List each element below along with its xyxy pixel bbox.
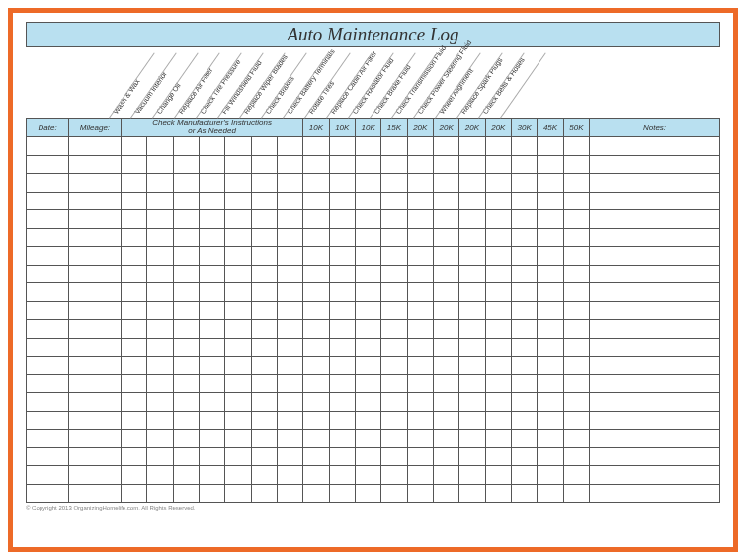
cell[interactable] bbox=[485, 174, 511, 193]
cell[interactable] bbox=[251, 374, 277, 393]
cell[interactable] bbox=[173, 466, 199, 485]
cell[interactable] bbox=[121, 210, 146, 229]
cell[interactable] bbox=[303, 430, 329, 448]
cell[interactable] bbox=[173, 447, 199, 466]
cell[interactable] bbox=[225, 430, 251, 448]
cell[interactable] bbox=[590, 174, 720, 193]
cell[interactable] bbox=[538, 247, 563, 266]
cell[interactable] bbox=[27, 374, 69, 393]
cell[interactable] bbox=[277, 430, 302, 448]
cell[interactable] bbox=[512, 374, 538, 393]
cell[interactable] bbox=[381, 228, 407, 247]
cell[interactable] bbox=[329, 155, 355, 174]
cell[interactable] bbox=[69, 393, 122, 412]
cell[interactable] bbox=[329, 283, 355, 302]
cell[interactable] bbox=[277, 137, 302, 156]
cell[interactable] bbox=[485, 247, 511, 266]
cell[interactable] bbox=[538, 466, 563, 485]
cell[interactable] bbox=[225, 137, 251, 156]
cell[interactable] bbox=[27, 338, 69, 357]
cell[interactable] bbox=[512, 265, 538, 283]
cell[interactable] bbox=[563, 430, 589, 448]
cell[interactable] bbox=[381, 192, 407, 210]
cell[interactable] bbox=[512, 247, 538, 266]
cell[interactable] bbox=[121, 430, 146, 448]
cell[interactable] bbox=[355, 430, 380, 448]
cell[interactable] bbox=[27, 137, 69, 156]
cell[interactable] bbox=[199, 301, 224, 320]
cell[interactable] bbox=[277, 301, 302, 320]
cell[interactable] bbox=[147, 484, 173, 503]
cell[interactable] bbox=[563, 137, 589, 156]
cell[interactable] bbox=[355, 210, 380, 229]
cell[interactable] bbox=[407, 137, 433, 156]
cell[interactable] bbox=[277, 374, 302, 393]
cell[interactable] bbox=[27, 174, 69, 193]
cell[interactable] bbox=[199, 192, 224, 210]
cell[interactable] bbox=[199, 247, 224, 266]
cell[interactable] bbox=[355, 411, 380, 430]
cell[interactable] bbox=[121, 357, 146, 375]
cell[interactable] bbox=[121, 137, 146, 156]
cell[interactable] bbox=[329, 447, 355, 466]
cell[interactable] bbox=[355, 301, 380, 320]
cell[interactable] bbox=[381, 411, 407, 430]
cell[interactable] bbox=[69, 301, 122, 320]
cell[interactable] bbox=[69, 447, 122, 466]
cell[interactable] bbox=[381, 466, 407, 485]
cell[interactable] bbox=[277, 265, 302, 283]
cell[interactable] bbox=[355, 228, 380, 247]
cell[interactable] bbox=[355, 192, 380, 210]
cell[interactable] bbox=[147, 411, 173, 430]
cell[interactable] bbox=[173, 484, 199, 503]
cell[interactable] bbox=[329, 466, 355, 485]
cell[interactable] bbox=[147, 174, 173, 193]
cell[interactable] bbox=[251, 228, 277, 247]
cell[interactable] bbox=[355, 466, 380, 485]
cell[interactable] bbox=[173, 320, 199, 339]
cell[interactable] bbox=[407, 247, 433, 266]
cell[interactable] bbox=[199, 228, 224, 247]
cell[interactable] bbox=[407, 228, 433, 247]
cell[interactable] bbox=[512, 320, 538, 339]
cell[interactable] bbox=[459, 247, 485, 266]
cell[interactable] bbox=[303, 174, 329, 193]
cell[interactable] bbox=[459, 228, 485, 247]
cell[interactable] bbox=[563, 283, 589, 302]
cell[interactable] bbox=[433, 210, 458, 229]
cell[interactable] bbox=[251, 338, 277, 357]
cell[interactable] bbox=[147, 357, 173, 375]
cell[interactable] bbox=[590, 393, 720, 412]
cell[interactable] bbox=[538, 357, 563, 375]
cell[interactable] bbox=[27, 210, 69, 229]
cell[interactable] bbox=[433, 447, 458, 466]
cell[interactable] bbox=[199, 374, 224, 393]
cell[interactable] bbox=[538, 484, 563, 503]
cell[interactable] bbox=[563, 301, 589, 320]
cell[interactable] bbox=[147, 393, 173, 412]
cell[interactable] bbox=[459, 301, 485, 320]
cell[interactable] bbox=[199, 210, 224, 229]
cell[interactable] bbox=[590, 466, 720, 485]
cell[interactable] bbox=[381, 210, 407, 229]
cell[interactable] bbox=[303, 320, 329, 339]
cell[interactable] bbox=[563, 247, 589, 266]
cell[interactable] bbox=[590, 411, 720, 430]
cell[interactable] bbox=[199, 155, 224, 174]
cell[interactable] bbox=[407, 484, 433, 503]
cell[interactable] bbox=[27, 466, 69, 485]
cell[interactable] bbox=[303, 228, 329, 247]
cell[interactable] bbox=[173, 265, 199, 283]
cell[interactable] bbox=[381, 320, 407, 339]
cell[interactable] bbox=[563, 357, 589, 375]
cell[interactable] bbox=[121, 466, 146, 485]
cell[interactable] bbox=[173, 155, 199, 174]
cell[interactable] bbox=[590, 210, 720, 229]
cell[interactable] bbox=[433, 301, 458, 320]
cell[interactable] bbox=[199, 265, 224, 283]
cell[interactable] bbox=[329, 393, 355, 412]
cell[interactable] bbox=[303, 374, 329, 393]
cell[interactable] bbox=[485, 210, 511, 229]
cell[interactable] bbox=[485, 228, 511, 247]
cell[interactable] bbox=[225, 228, 251, 247]
